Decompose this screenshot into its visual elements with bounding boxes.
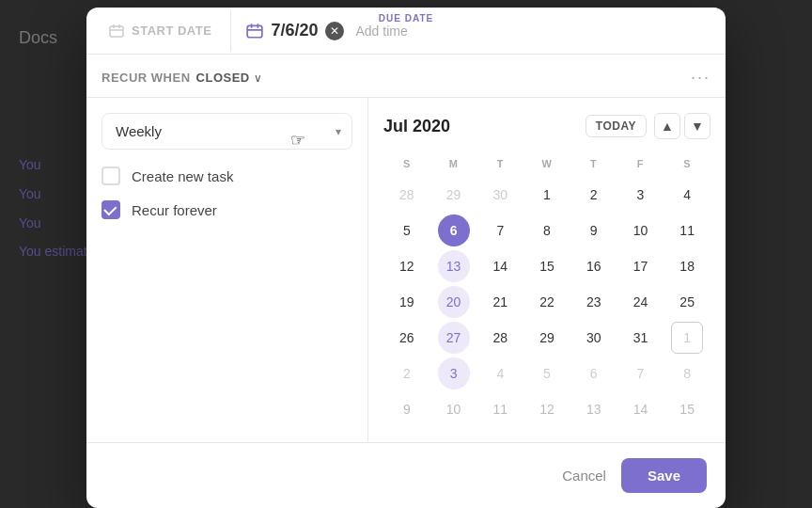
calendar-day[interactable]: 9 [578, 214, 610, 246]
calendar-day[interactable]: 29 [438, 179, 470, 211]
modal: DUE DATE START DATE 7/6 [86, 8, 726, 508]
recur-forever-label: Recur forever [132, 202, 217, 218]
calendar-prev-button[interactable]: ▲ [654, 113, 680, 139]
calendar-day[interactable]: 2 [578, 179, 610, 211]
left-panel: Daily Weekly Monthly Yearly ▾ ☞ Create n… [86, 98, 368, 442]
due-date-header: DUE DATE START DATE 7/6 [86, 8, 726, 55]
calendar-day[interactable]: 18 [671, 250, 703, 282]
calendar-days: 28 29 30 1 2 3 4 5 6 7 8 9 10 [383, 177, 710, 427]
calendar-day[interactable]: 13 [578, 393, 610, 425]
calendar-day[interactable]: 30 [578, 322, 610, 354]
calendar-day[interactable]: 3 [624, 179, 656, 211]
calendar-day[interactable]: 30 [484, 179, 516, 211]
calendar-selected-day[interactable]: 3 [438, 357, 470, 389]
modal-footer: Cancel Save [86, 442, 726, 508]
frequency-select[interactable]: Daily Weekly Monthly Yearly [102, 113, 352, 150]
svg-rect-0 [110, 26, 123, 37]
calendar-icon [109, 24, 124, 39]
calendar-day[interactable]: 21 [484, 286, 516, 318]
calendar-day[interactable]: 15 [671, 393, 703, 425]
calendar-selected-day[interactable]: 20 [438, 286, 470, 318]
weekday-w: W [523, 154, 570, 173]
due-date-section: 7/6/20 ✕ Add time [231, 8, 710, 54]
calendar-day[interactable]: 11 [484, 393, 516, 425]
calendar-weekdays: S M T W T F S [383, 154, 710, 173]
calendar-day[interactable]: 6 [578, 357, 610, 389]
calendar-day[interactable]: 1 [671, 322, 703, 354]
today-button[interactable]: TODAY [586, 115, 647, 137]
calendar-day[interactable]: 1 [531, 179, 563, 211]
calendar-day[interactable]: 7 [624, 357, 656, 389]
calendar-day[interactable]: 7 [484, 214, 516, 246]
calendar-day[interactable]: 31 [624, 322, 656, 354]
calendar-day[interactable]: 28 [484, 322, 516, 354]
calendar-day[interactable]: 4 [671, 179, 703, 211]
create-new-task-checkbox[interactable] [102, 167, 120, 185]
weekday-s2: S [664, 154, 710, 173]
recur-forever-option[interactable]: Recur forever [102, 200, 352, 219]
calendar-day[interactable]: 10 [438, 393, 470, 425]
calendar-selected-day[interactable]: 13 [438, 250, 470, 282]
weekday-s1: S [383, 154, 430, 173]
due-date-label: DUE DATE [379, 13, 433, 24]
modal-body: Daily Weekly Monthly Yearly ▾ ☞ Create n… [86, 98, 726, 442]
calendar-day[interactable]: 19 [391, 286, 423, 318]
frequency-select-wrapper: Daily Weekly Monthly Yearly ▾ ☞ [102, 113, 352, 150]
calendar-day[interactable]: 14 [624, 393, 656, 425]
calendar-panel: Jul 2020 TODAY ▲ ▼ S M T W T F S [368, 98, 726, 442]
create-new-task-option[interactable]: Create new task [102, 167, 352, 185]
calendar-day[interactable]: 14 [484, 250, 516, 282]
calendar-day[interactable]: 16 [578, 250, 610, 282]
calendar-day[interactable]: 4 [484, 357, 516, 389]
recur-forever-checkbox[interactable] [102, 200, 120, 219]
recur-label: RECUR WHEN [102, 71, 191, 85]
calendar-day[interactable]: 24 [624, 286, 656, 318]
svg-rect-4 [248, 25, 263, 37]
calendar-day[interactable]: 28 [391, 179, 423, 211]
calendar-day[interactable]: 22 [531, 286, 563, 318]
calendar-day[interactable]: 17 [624, 250, 656, 282]
add-time-link[interactable]: Add time [355, 24, 407, 39]
calendar-month-year: Jul 2020 [383, 117, 586, 136]
calendar-day[interactable]: 8 [671, 357, 703, 389]
calendar-selected-day[interactable]: 27 [438, 322, 470, 354]
save-button[interactable]: Save [621, 458, 707, 493]
calendar-day[interactable]: 8 [531, 214, 563, 246]
due-date-value: 7/6/20 [271, 21, 318, 40]
weekday-t1: T [476, 154, 523, 173]
calendar-day[interactable]: 12 [531, 393, 563, 425]
calendar-today[interactable]: 6 [438, 214, 470, 246]
calendar-day[interactable]: 23 [578, 286, 610, 318]
weekday-m: M [430, 154, 477, 173]
calendar-day[interactable]: 25 [671, 286, 703, 318]
weekday-f: F [617, 154, 664, 173]
cancel-button[interactable]: Cancel [562, 468, 606, 484]
recur-section: RECUR WHEN CLOSED ∨ ··· [86, 55, 726, 98]
modal-overlay: DUE DATE START DATE 7/6 [0, 0, 812, 508]
calendar-day[interactable]: 5 [391, 214, 423, 246]
calendar-day[interactable]: 12 [391, 250, 423, 282]
calendar-day[interactable]: 10 [624, 214, 656, 246]
create-new-task-label: Create new task [132, 168, 233, 184]
calendar-next-button[interactable]: ▼ [684, 113, 710, 139]
calendar-header: Jul 2020 TODAY ▲ ▼ [383, 113, 710, 139]
recur-more-button[interactable]: ··· [691, 68, 710, 87]
recur-closed-label: CLOSED [196, 71, 250, 85]
due-calendar-icon [246, 23, 263, 40]
calendar-day[interactable]: 5 [531, 357, 563, 389]
recur-dropdown-arrow[interactable]: ∨ [254, 71, 262, 85]
weekday-t2: T [570, 154, 617, 173]
start-date-button[interactable]: START DATE [102, 10, 231, 52]
calendar-day[interactable]: 15 [531, 250, 563, 282]
calendar-day[interactable]: 26 [391, 322, 423, 354]
calendar-day[interactable]: 29 [531, 322, 563, 354]
calendar-day[interactable]: 9 [391, 393, 423, 425]
calendar-grid: S M T W T F S 28 29 30 1 [383, 154, 710, 427]
calendar-day[interactable]: 11 [671, 214, 703, 246]
clear-due-date-button[interactable]: ✕ [325, 22, 344, 40]
start-date-label: START DATE [132, 24, 211, 38]
calendar-day[interactable]: 2 [391, 357, 423, 389]
